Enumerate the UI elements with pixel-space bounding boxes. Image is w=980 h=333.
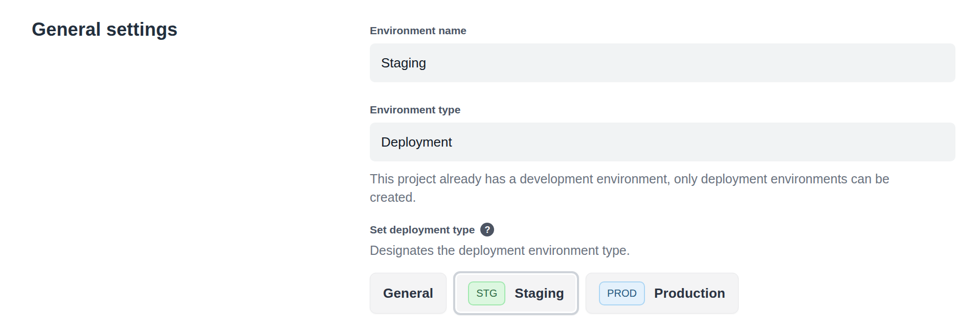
help-icon[interactable]: ?: [480, 223, 494, 236]
prod-badge: PROD: [599, 281, 645, 305]
deployment-type-production-button[interactable]: PROD Production: [586, 273, 739, 314]
staging-button-label: Staging: [515, 286, 564, 301]
page-title: General settings: [32, 19, 370, 40]
help-text-line-1: This project already has a development e…: [370, 172, 889, 186]
production-button-label: Production: [654, 286, 725, 301]
environment-type-input[interactable]: [370, 123, 955, 161]
settings-section-header: General settings: [32, 19, 370, 315]
deployment-type-description: Designates the deployment environment ty…: [370, 243, 955, 258]
deployment-type-staging-button[interactable]: STG Staging: [453, 271, 579, 315]
set-deployment-type-label: Set deployment type: [370, 223, 475, 236]
environment-name-input[interactable]: [370, 43, 955, 82]
deployment-type-general-button[interactable]: General: [370, 273, 447, 314]
help-text-line-2: created.: [370, 190, 416, 204]
environment-name-label: Environment name: [370, 24, 955, 37]
environment-type-label: Environment type: [370, 103, 955, 116]
deployment-type-options: General STG Staging PROD Production: [370, 271, 955, 315]
environment-type-help-text: This project already has a development e…: [370, 170, 955, 206]
environment-settings-page: General settings Environment name Enviro…: [0, 0, 980, 315]
set-deployment-type-row: Set deployment type ?: [370, 223, 955, 236]
stg-badge: STG: [468, 281, 505, 305]
settings-form: Environment name Environment type This p…: [370, 19, 955, 315]
general-button-label: General: [383, 286, 433, 301]
